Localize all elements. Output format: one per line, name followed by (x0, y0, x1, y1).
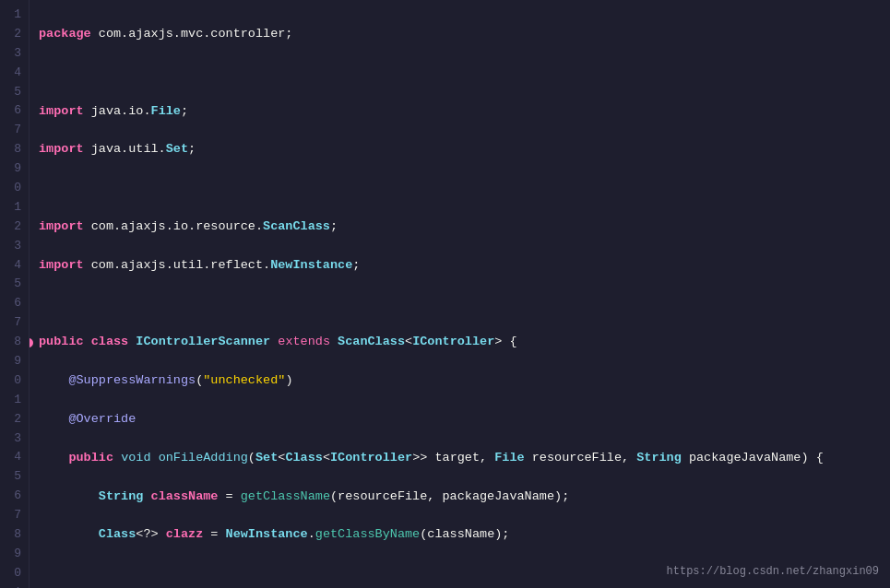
code-line-12: public void onFileAdding(Set<Class<ICont… (39, 449, 881, 468)
code-line-14: Class<?> clazz = NewInstance.getClassByN… (39, 525, 881, 545)
code-line-4: import java.util.Set; (39, 140, 881, 159)
code-line-7: import com.ajaxjs.util.reflect.NewInstan… (39, 256, 881, 276)
code-line-13: String className = getClassName(resource… (39, 488, 881, 507)
code-line-8 (39, 295, 881, 314)
code-area: 1 2 3 4 5 6 7 8 9 0 1 2 3 4 5 6 7 8 9 0 … (0, 0, 890, 588)
code-line-6: import com.ajaxjs.io.resource.ScanClass; (39, 218, 881, 237)
line-numbers: 1 2 3 4 5 6 7 8 9 0 1 2 3 4 5 6 7 8 9 0 … (0, 0, 30, 588)
watermark: https://blog.csdn.net/zhangxin09 (667, 563, 879, 581)
code-line-2 (39, 64, 881, 83)
code-line-3: import java.io.File; (39, 102, 881, 122)
code-line-10: @SuppressWarnings("unchecked") (39, 371, 881, 391)
code-line-11: @Override (39, 410, 881, 429)
code-content: package com.ajaxjs.mvc.controller; impor… (30, 0, 890, 588)
code-line-5 (39, 179, 881, 198)
code-editor: 1 2 3 4 5 6 7 8 9 0 1 2 3 4 5 6 7 8 9 0 … (0, 0, 890, 588)
code-line-1: package com.ajaxjs.mvc.controller; (39, 25, 881, 44)
code-line-9: public class IControllerScanner extends … (39, 333, 881, 352)
